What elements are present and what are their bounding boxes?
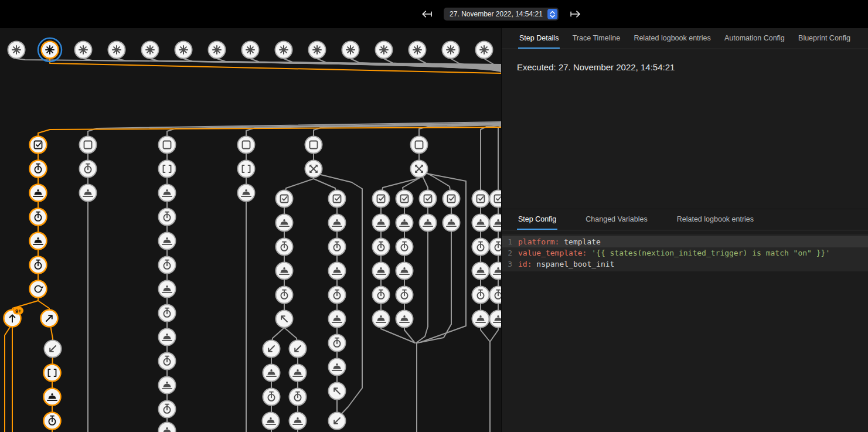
arrow-bottom-left-node[interactable] [329, 413, 346, 430]
condition-passed-node[interactable] [490, 191, 502, 208]
tab-automation-config[interactable]: Automation Config [723, 28, 786, 49]
service-call-node[interactable] [30, 185, 47, 202]
service-call-node[interactable] [420, 215, 437, 232]
service-call-node[interactable] [80, 185, 97, 202]
service-call-node[interactable] [490, 215, 502, 232]
trace-select[interactable]: 27. November 2022, 14:54:21 [444, 8, 559, 21]
condition-passed-node[interactable] [373, 191, 390, 208]
delay-node[interactable] [30, 209, 47, 226]
service-call-node[interactable] [329, 359, 346, 376]
trigger-node[interactable] [38, 38, 62, 62]
service-call-node[interactable] [490, 263, 502, 280]
condition-passed-node[interactable] [276, 191, 293, 208]
arrow-top-right-node[interactable] [41, 310, 58, 327]
trigger-node[interactable] [376, 42, 393, 59]
service-call-node[interactable] [290, 365, 307, 382]
service-call-node[interactable] [263, 365, 280, 382]
trigger-node[interactable] [275, 42, 292, 59]
trigger-node[interactable] [442, 42, 459, 59]
wait-template-node[interactable] [159, 161, 176, 178]
trigger-node[interactable] [175, 42, 192, 59]
trace-graph-panel[interactable]: 9+ [0, 28, 501, 432]
delay-node[interactable] [490, 239, 502, 256]
condition-passed-node[interactable] [420, 191, 437, 208]
condition-node[interactable] [159, 137, 176, 154]
wait-template-node[interactable] [238, 161, 255, 178]
collapsed-iterations-node[interactable]: 9+ [4, 307, 24, 327]
code-line[interactable]: 3id: nspanel_boot_init [502, 258, 868, 270]
repeat-node[interactable] [30, 281, 47, 298]
delay-node[interactable] [396, 239, 413, 256]
arrow-top-left-node[interactable] [329, 383, 346, 400]
wait-template-node[interactable] [44, 365, 61, 382]
condition-node[interactable] [411, 137, 428, 154]
condition-node[interactable] [80, 137, 97, 154]
service-call-node[interactable] [329, 215, 346, 232]
delay-node[interactable] [159, 353, 176, 370]
choose-node[interactable] [305, 161, 322, 178]
delay-node[interactable] [472, 287, 489, 304]
delay-node[interactable] [329, 239, 346, 256]
trigger-node[interactable] [75, 42, 92, 59]
service-call-node[interactable] [30, 233, 47, 250]
service-call-node[interactable] [159, 377, 176, 394]
service-call-node[interactable] [238, 185, 255, 202]
tab-related-logbook-entries[interactable]: Related logbook entries [676, 209, 755, 230]
delay-node[interactable] [159, 305, 176, 322]
code-line[interactable]: 1platform: template [502, 236, 868, 247]
condition-passed-node[interactable] [443, 191, 460, 208]
delay-node[interactable] [472, 239, 489, 256]
delay-node[interactable] [329, 287, 346, 304]
arrow-bottom-left-node[interactable] [263, 341, 280, 358]
trigger-node[interactable] [342, 42, 359, 59]
delay-node[interactable] [263, 389, 280, 406]
condition-passed-node[interactable] [472, 191, 489, 208]
delay-node[interactable] [159, 401, 176, 418]
arrow-top-left-node[interactable] [276, 311, 293, 328]
service-call-node[interactable] [329, 311, 346, 328]
condition-node[interactable] [238, 137, 255, 154]
tab-changed-variables[interactable]: Changed Variables [584, 209, 648, 230]
condition-passed-node[interactable] [396, 191, 413, 208]
condition-passed-node[interactable] [30, 137, 47, 154]
delay-node[interactable] [490, 287, 502, 304]
delay-node[interactable] [44, 413, 61, 430]
service-call-node[interactable] [373, 311, 390, 328]
service-call-node[interactable] [396, 215, 413, 232]
service-call-node[interactable] [159, 185, 176, 202]
delay-node[interactable] [373, 287, 390, 304]
service-call-node[interactable] [159, 329, 176, 346]
service-call-node[interactable] [396, 263, 413, 280]
service-call-node[interactable] [472, 263, 489, 280]
service-call-node[interactable] [159, 423, 176, 432]
tab-step-config[interactable]: Step Config [517, 209, 557, 230]
service-call-node[interactable] [290, 413, 307, 430]
arrow-bottom-left-node[interactable] [290, 341, 307, 358]
tab-blueprint-config[interactable]: Blueprint Config [797, 28, 852, 49]
delay-node[interactable] [329, 335, 346, 352]
tab-related-logbook-entries[interactable]: Related logbook entries [632, 28, 712, 49]
trigger-node[interactable] [142, 42, 159, 59]
delay-node[interactable] [30, 161, 47, 178]
delay-node[interactable] [276, 287, 293, 304]
service-call-node[interactable] [373, 215, 390, 232]
delay-node[interactable] [159, 257, 176, 274]
delay-node[interactable] [396, 287, 413, 304]
trigger-node[interactable] [108, 42, 125, 59]
service-call-node[interactable] [276, 263, 293, 280]
choose-node[interactable] [411, 161, 428, 178]
service-call-node[interactable] [472, 215, 489, 232]
next-trace-button[interactable] [567, 8, 584, 21]
delay-node[interactable] [276, 239, 293, 256]
arrow-bottom-left-node[interactable] [45, 341, 62, 358]
service-call-node[interactable] [329, 263, 346, 280]
trigger-node[interactable] [309, 42, 326, 59]
service-call-node[interactable] [443, 215, 460, 232]
trigger-node[interactable] [8, 42, 25, 59]
trigger-node[interactable] [476, 42, 493, 59]
trigger-node[interactable] [242, 42, 259, 59]
delay-node[interactable] [373, 239, 390, 256]
delay-node[interactable] [30, 257, 47, 274]
service-call-node[interactable] [159, 233, 176, 250]
service-call-node[interactable] [472, 311, 489, 328]
